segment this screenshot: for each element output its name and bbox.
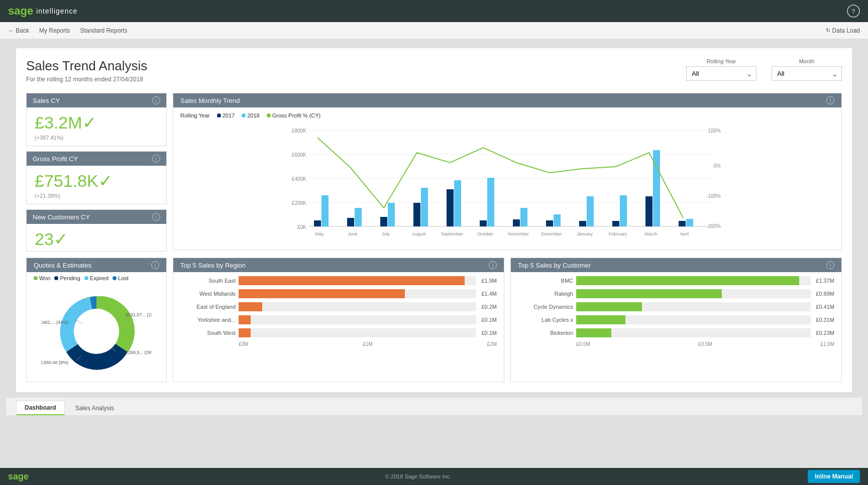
legend-won: Won	[39, 275, 50, 281]
svg-rect-30	[554, 214, 561, 226]
new-customers-cy-header: New Customers CY i	[27, 210, 166, 224]
intelligence-label: intelligence	[36, 7, 77, 15]
svg-text:December: December	[541, 231, 562, 236]
new-customers-cy-trend: ✓	[54, 229, 68, 249]
sales-cy-card: Sales CY i £3.2M✓ (+387.41%)	[26, 93, 167, 146]
svg-text:January: January	[577, 231, 593, 236]
legend-2018: 2018	[247, 112, 259, 118]
report-subtitle: For the rolling 12 months ended 27/04/20…	[26, 76, 147, 83]
monthly-trend-info[interactable]: i	[826, 96, 834, 104]
legend-expired: Expired	[90, 275, 108, 281]
customer-x-axis: £0.0M£0.5M£1.0M	[518, 341, 834, 347]
svg-rect-29	[546, 220, 553, 226]
svg-text:£0K: £0K	[297, 224, 306, 230]
svg-rect-23	[447, 189, 454, 226]
tab-bar: Dashboard Sales Analysis	[6, 397, 862, 415]
donut-chart: £462,... (44%) £231,57... (22%) £269,5..…	[27, 283, 166, 382]
data-load-label: Data Load	[832, 27, 860, 34]
new-customers-cy-info[interactable]: i	[152, 213, 160, 221]
svg-rect-24	[454, 180, 461, 226]
legend-pending: Pending	[60, 275, 80, 281]
top-sales-region-chart: South East £1.9M West Midlands £1.4M	[173, 272, 504, 350]
svg-rect-18	[355, 208, 362, 226]
gross-profit-cy-trend: ✓	[98, 171, 113, 190]
rolling-year-select[interactable]: All	[686, 66, 756, 81]
sales-cy-trend: ✓	[82, 113, 96, 132]
gross-profit-cy-header: Gross Profit CY i	[27, 152, 166, 166]
svg-rect-17	[347, 218, 354, 226]
svg-text:£600K: £600K	[292, 152, 306, 158]
region-bar-yorkshire: Yorkshire and... £0.1M	[180, 315, 497, 324]
svg-text:May: May	[315, 231, 324, 236]
svg-rect-27	[513, 219, 520, 226]
legend-lost: Lost	[118, 275, 129, 281]
top-sales-customer-header: Top 5 Sales by Customer i	[511, 258, 841, 272]
customer-bar-bmc: BMC £1.37M	[518, 276, 834, 285]
help-button[interactable]: ?	[847, 5, 860, 18]
legend-2017: 2017	[223, 112, 235, 118]
svg-text:August: August	[412, 231, 426, 236]
gross-profit-cy-info[interactable]: i	[152, 155, 160, 163]
kpi-column: Sales CY i £3.2M✓ (+387.41%) Gross Profi…	[26, 93, 167, 252]
top-sales-region-card: Top 5 Sales by Region i South East £1.9M	[173, 258, 504, 382]
svg-text:£231,57... (22%): £231,57... (22%)	[126, 312, 152, 317]
quotes-info[interactable]: i	[151, 261, 159, 269]
customer-bar-bickerton: Bickerton £0.23M	[518, 328, 834, 337]
svg-rect-35	[645, 196, 653, 226]
top-sales-region-header: Top 5 Sales by Region i	[173, 258, 504, 272]
my-reports-link[interactable]: My Reports	[39, 27, 70, 34]
svg-point-53	[74, 309, 119, 354]
inline-manual-button[interactable]: Inline Manual	[808, 470, 860, 483]
customer-bar-raleigh: Raleigh £0.89M	[518, 289, 834, 298]
svg-text:November: November	[508, 231, 529, 236]
svg-text:100%: 100%	[708, 128, 721, 134]
svg-text:February: February	[609, 231, 627, 236]
new-customers-cy-card: New Customers CY i 23✓	[26, 209, 167, 252]
quotes-estimates-header: Quotes & Estimates i	[27, 258, 166, 272]
region-bar-east-of-england: East of England £0.2M	[180, 302, 497, 311]
svg-text:March: March	[644, 231, 657, 236]
svg-text:£200K: £200K	[292, 200, 306, 206]
sales-cy-value: £3.2M✓	[27, 107, 166, 135]
svg-text:£462,... (44%): £462,... (44%)	[41, 320, 68, 325]
svg-rect-22	[421, 188, 428, 226]
top-sales-customer-info[interactable]: i	[826, 261, 834, 269]
standard-reports-link[interactable]: Standard Reports	[80, 27, 127, 34]
svg-rect-33	[612, 221, 619, 226]
monthly-trend-chart: £800K £600K £400K £200K £0K 100% 0% -100…	[180, 123, 834, 243]
tab-dashboard[interactable]: Dashboard	[16, 401, 65, 415]
svg-rect-25	[480, 220, 487, 226]
region-bar-west-midlands: West Midlands £1.4M	[180, 289, 497, 298]
top-sales-customer-card: Top 5 Sales by Customer i BMC £1.37M R	[510, 258, 842, 382]
svg-rect-26	[487, 178, 494, 226]
sales-cy-info[interactable]: i	[152, 96, 160, 104]
svg-text:£800K: £800K	[292, 128, 306, 134]
gross-profit-cy-change: (+21.39%)	[27, 193, 166, 204]
quotes-estimates-card: Quotes & Estimates i Won Pending Expired…	[26, 258, 167, 382]
customer-bar-lab-cycles: Lab Cycles x £0.31M	[518, 315, 834, 324]
rolling-year-label: Rolling Year	[686, 58, 756, 64]
top-sales-region-info[interactable]: i	[489, 261, 497, 269]
chart-section: Sales Monthly Trend i Rolling Year 2017 …	[173, 93, 842, 252]
footer-copyright: © 2018 Sage Software Inc.	[385, 473, 452, 479]
legend-rolling-year-label: Rolling Year	[180, 112, 210, 118]
sales-cy-change: (+387.41%)	[27, 135, 166, 146]
svg-text:July: July	[382, 231, 390, 236]
svg-text:October: October	[477, 231, 493, 236]
tab-sales-analysis[interactable]: Sales Analysis	[67, 401, 123, 415]
donut-legend: Won Pending Expired Lost	[27, 272, 166, 283]
svg-rect-34	[620, 195, 627, 226]
svg-text:£269,5... (26%): £269,5... (26%)	[126, 350, 152, 355]
top-sales-customer-chart: BMC £1.37M Raleigh £0.89M	[511, 272, 841, 350]
month-select[interactable]: All	[772, 66, 842, 81]
svg-rect-20	[388, 203, 395, 226]
footer-sage-logo: sage	[8, 471, 29, 482]
data-load-button[interactable]: ↻ Data Load	[826, 27, 860, 34]
region-x-axis: £0M£1M£2M	[180, 341, 497, 347]
back-link[interactable]: ← Back	[8, 27, 29, 34]
svg-text:June: June	[348, 231, 358, 236]
svg-text:-100%: -100%	[706, 193, 721, 199]
refresh-icon: ↻	[826, 27, 830, 34]
svg-rect-32	[587, 196, 594, 226]
logo-area: sage intelligence	[8, 5, 77, 18]
